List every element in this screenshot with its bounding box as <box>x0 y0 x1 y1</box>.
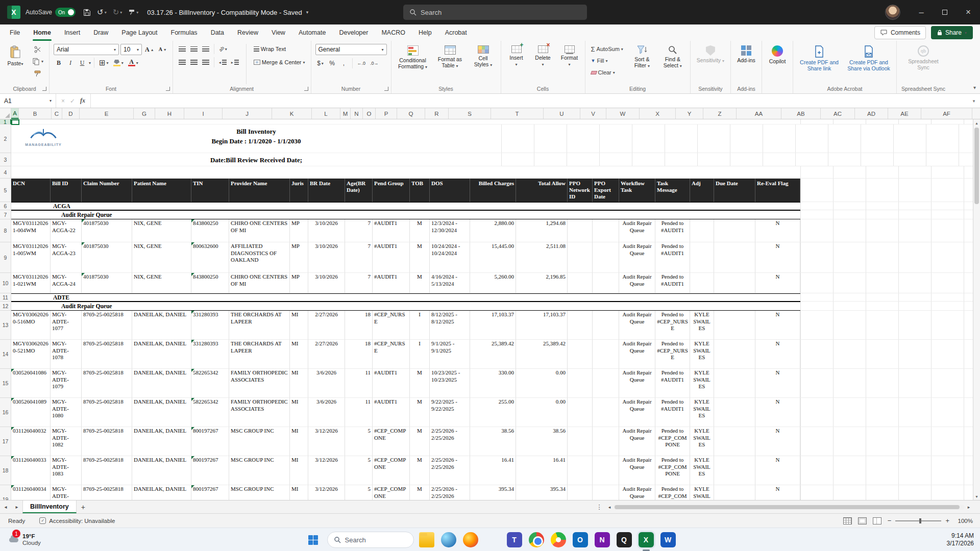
teams-icon[interactable] <box>507 532 522 547</box>
cell-pend[interactable]: #CEP_COMPONE <box>373 427 410 456</box>
vertical-scroll-thumb[interactable] <box>974 128 979 204</box>
percent-button[interactable]: % <box>327 58 337 68</box>
currency-button[interactable]: $▾ <box>315 58 326 68</box>
create-pdf-share-link-button[interactable]: Create PDF and Share link <box>797 44 841 73</box>
cell-due[interactable] <box>714 456 755 485</box>
header-cell-reeval[interactable]: Re-Eval Flag <box>755 179 800 202</box>
user-avatar[interactable] <box>885 5 900 20</box>
cell-juris[interactable]: MI <box>290 369 308 398</box>
cell-patient[interactable]: DANEILAK, DANIEL <box>132 456 191 485</box>
cancel-formula-button[interactable]: × <box>61 97 65 105</box>
cell-reeval[interactable]: N <box>755 273 800 293</box>
column-header-A[interactable]: A <box>11 108 19 119</box>
cell-juris[interactable]: MI <box>290 456 308 485</box>
cell-billed[interactable]: 2,880.00 <box>470 219 516 242</box>
cell-br_date[interactable]: 3/10/2026 <box>308 242 345 273</box>
underline-button[interactable]: U <box>77 58 87 68</box>
row-header-11[interactable]: 11 <box>0 293 11 302</box>
cell-ppo_date[interactable] <box>593 427 619 456</box>
row-header-4[interactable]: 4 <box>0 166 11 179</box>
cell-due[interactable] <box>714 340 755 369</box>
cell-ppo_id[interactable] <box>568 340 593 369</box>
merge-center-button[interactable]: Merge & Center▾ <box>252 57 307 67</box>
cell-adj[interactable]: KYLE SWAILES <box>690 311 714 340</box>
row-header-13[interactable]: 13 <box>0 311 11 340</box>
column-header-T[interactable]: T <box>491 108 544 119</box>
column-header-K[interactable]: K <box>272 108 312 119</box>
quickbooks-icon[interactable] <box>617 532 632 547</box>
active-cell-a1[interactable] <box>11 119 19 125</box>
cell-ppo_date[interactable] <box>593 311 619 340</box>
section-row-label[interactable]: ACGA <box>11 202 800 210</box>
cell-billed[interactable]: 38.56 <box>470 427 516 456</box>
cell-workflow[interactable]: Audit Repair Queue <box>619 369 655 398</box>
cell-juris[interactable]: MI <box>290 427 308 456</box>
cell-bill_id[interactable]: MGY-ADTE-1082 <box>51 427 82 456</box>
increase-font-button[interactable]: A▲ <box>143 44 156 55</box>
cell-dcn[interactable]: MGY031120261-004WM <box>11 219 51 242</box>
cell-ppo_date[interactable] <box>593 485 619 500</box>
cell-tob[interactable]: M <box>410 219 430 242</box>
column-header-D[interactable]: D <box>62 108 80 119</box>
number-dialog-launcher[interactable] <box>384 87 388 91</box>
cell-adj[interactable] <box>690 273 714 293</box>
cell-reeval[interactable]: N <box>755 340 800 369</box>
cell-reeval[interactable]: N <box>755 398 800 427</box>
cell-dos[interactable]: 8/12/2025 - 8/12/2025 <box>430 311 470 340</box>
cell-dos[interactable]: 2/25/2026 - 2/25/2026 <box>430 456 470 485</box>
column-header-U[interactable]: U <box>544 108 580 119</box>
cell-dcn[interactable]: 030526041089 <box>11 398 51 427</box>
header-cell-due[interactable]: Due Date <box>714 179 755 202</box>
header-cell-br_date[interactable]: BR Date <box>308 179 345 202</box>
cell-tin[interactable]: 331280393 <box>191 340 229 369</box>
header-cell-dos[interactable]: DOS <box>430 179 470 202</box>
column-header-B[interactable]: B <box>19 108 52 119</box>
header-cell-ppo_id[interactable]: PPO Network ID <box>568 179 593 202</box>
cell-due[interactable] <box>714 398 755 427</box>
cell-billed[interactable]: 5,260.00 <box>470 273 516 293</box>
add-sheet-button[interactable]: + <box>77 503 90 511</box>
cell-allow[interactable]: 0.00 <box>516 369 568 398</box>
empty-cells[interactable] <box>11 166 800 179</box>
cell-patient[interactable]: DANEILAK, DANIEL <box>132 340 191 369</box>
cell-allow[interactable]: 2,511.08 <box>516 242 568 273</box>
header-cell-allow[interactable]: Total Allow <box>516 179 568 202</box>
cell-dos[interactable]: 2/25/2026 - 2/25/2026 <box>430 485 470 500</box>
cell-billed[interactable]: 17,103.37 <box>470 311 516 340</box>
format-painter-quick-button[interactable]: ▾ <box>126 7 141 18</box>
fill-color-button[interactable]: ▾ <box>112 58 125 68</box>
cell-allow[interactable]: 395.34 <box>516 485 568 500</box>
cell-due[interactable] <box>714 369 755 398</box>
cell-bill_id[interactable]: MGY-ACGA-23 <box>51 242 82 273</box>
close-button[interactable]: × <box>957 0 980 24</box>
cell-claim[interactable]: 401875030 <box>82 219 132 242</box>
cell-age[interactable]: 18 <box>345 311 373 340</box>
font-name-select[interactable]: Arial▾ <box>54 44 119 55</box>
document-title[interactable]: 03.17.26 - BillInventory - Compatibility… <box>147 9 308 16</box>
format-cells-button[interactable]: Format▾ <box>558 44 581 69</box>
cell-billed[interactable]: 395.34 <box>470 485 516 500</box>
column-header-W[interactable]: W <box>606 108 640 119</box>
cell-ppo_id[interactable] <box>568 485 593 500</box>
cell-allow[interactable]: 16.41 <box>516 456 568 485</box>
header-cell-juris[interactable]: Juris <box>290 179 308 202</box>
cell-task_msg[interactable]: Pended to #CEP_COMPONE <box>655 427 690 456</box>
cell-reeval[interactable]: N <box>755 242 800 273</box>
excel-icon[interactable] <box>639 532 654 547</box>
cell-workflow[interactable]: Audit Repair Queue <box>619 219 655 242</box>
conditional-formatting-button[interactable]: Conditional Formatting ▾ <box>396 44 430 72</box>
cell-workflow[interactable]: Audit Repair Queue <box>619 273 655 293</box>
column-header-L[interactable]: L <box>312 108 340 119</box>
cell-ppo_date[interactable] <box>593 456 619 485</box>
horizontal-scroll-thumb[interactable] <box>615 505 960 509</box>
cell-adj[interactable]: KYLE SWAILES <box>690 369 714 398</box>
section-row-label[interactable]: Audit Repair Queue <box>11 302 800 311</box>
autosum-button[interactable]: Σ AutoSum▾ <box>590 44 625 54</box>
cell-dcn[interactable]: MGY030620260-521MO <box>11 340 51 369</box>
onenote-icon[interactable] <box>595 532 610 547</box>
cell-adj[interactable]: KYLE SWAILES <box>690 427 714 456</box>
tab-home[interactable]: Home <box>27 24 58 41</box>
cell-br_date[interactable]: 3/6/2026 <box>308 369 345 398</box>
empty-cells[interactable] <box>11 119 800 124</box>
number-format-select[interactable]: General▾ <box>315 44 387 55</box>
